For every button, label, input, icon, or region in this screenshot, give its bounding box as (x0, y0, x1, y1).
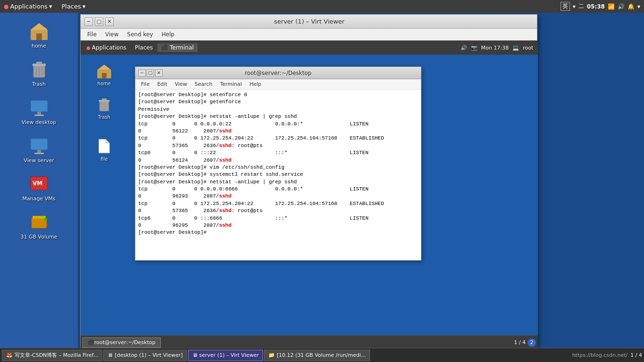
applications-menu[interactable]: ● Applications ▾ (0, 2, 56, 11)
svg-marker-1 (31, 23, 48, 30)
inner-topbar-left: ● Applications Places ⬛ Terminal (83, 43, 198, 52)
inner-desktop: ● Applications Places ⬛ Terminal 🔊 📷 Mon… (81, 41, 538, 349)
virt-viewer-titlebar: ─ □ ✕ server (1) – Virt Viewer (81, 15, 537, 29)
trash-icon (28, 58, 50, 80)
term-terminal-menu[interactable]: Terminal (216, 81, 246, 88)
svg-rect-23 (99, 101, 109, 111)
inner-icon-trash[interactable]: Trash (85, 93, 123, 122)
term-line: 0 56124 2607/sshd (138, 157, 418, 164)
inner-task-terminal[interactable]: ⬛ root@server:~/Desktop (83, 337, 161, 348)
desktop-icon-home[interactable]: home (11, 17, 67, 51)
view-server-icon (28, 134, 50, 156)
virt-viewer-menubar: File View Send key Help (81, 29, 537, 41)
inner-maximize-button[interactable]: □ (147, 69, 154, 77)
term-line: tcp6 0 0 :::22 :::* LISTEN (138, 149, 418, 156)
inner-minimize-button[interactable]: ─ (138, 69, 146, 77)
top-bar-right: 英 ▾ 二 05:38 📶 🔊 🔔 ▾ (561, 2, 644, 11)
maximize-button[interactable]: □ (95, 17, 103, 26)
term-line: Permissive (138, 106, 418, 113)
term-line: tcp 0 0 0.0.0.0:6666 0.0.0.0:* LISTEN (138, 186, 418, 193)
term-line: [root@server Desktop]# netstat -antlupe … (138, 113, 418, 120)
top-system-bar: ● Applications ▾ Places ▾ 英 ▾ 二 05:38 📶 … (0, 0, 644, 13)
term-line: [root@server Desktop]# (138, 229, 418, 236)
desktop-icon-view-desktop[interactable]: View desktop (11, 94, 67, 127)
term-file-menu[interactable]: File (137, 81, 153, 88)
term-line: [root@server Desktop]# netstat -antlupe … (138, 179, 418, 186)
places-menu[interactable]: Places ▾ (58, 2, 89, 11)
svg-marker-21 (97, 65, 111, 70)
svg-rect-9 (31, 100, 48, 112)
inner-topbar: ● Applications Places ⬛ Terminal 🔊 📷 Mon… (81, 41, 538, 55)
term-search-menu[interactable]: Search (191, 81, 216, 88)
svg-point-19 (44, 218, 47, 221)
inner-terminal-controls: ─ □ ✕ (138, 69, 163, 77)
term-view-menu[interactable]: View (171, 81, 191, 88)
term-line: [root@server Desktop]# setenforce 0 (138, 91, 418, 99)
vv-view-menu[interactable]: View (101, 30, 122, 39)
inner-trash-icon (95, 95, 114, 114)
svg-rect-22 (102, 73, 107, 78)
term-line: tcp 0 0 172.25.254.204:22 172.25.254.104… (138, 200, 418, 207)
term-line: tcp 0 0 0.0.0.0:22 0.0.0.0:* LISTEN (138, 121, 418, 128)
desktop-icon-trash[interactable]: Trash (11, 56, 67, 89)
inner-taskbar: ⬛ root@server:~/Desktop 1 / 4 2 (81, 335, 538, 349)
desktop-icon-view-server[interactable]: View server (11, 132, 67, 165)
close-button[interactable]: ✕ (105, 17, 114, 26)
home-folder-icon (28, 19, 50, 42)
minimize-button[interactable]: ─ (84, 17, 93, 26)
manage-vms-icon: VM (28, 172, 50, 195)
inner-terminal-tab[interactable]: ⬛ Terminal (157, 43, 198, 52)
svg-marker-27 (106, 139, 109, 143)
inner-icon-home[interactable]: home (85, 59, 123, 88)
term-help-menu[interactable]: Help (246, 81, 265, 88)
taskbar-url: https://blog.csdn.net/ (572, 352, 630, 358)
inner-file-icon (95, 137, 114, 156)
virt-viewer-title: server (1) – Virt Viewer (114, 18, 505, 25)
svg-rect-11 (34, 115, 44, 116)
inner-terminal-window: ─ □ ✕ root@server:~/Desktop File Edit Vi… (135, 66, 421, 261)
taskbar-firefox[interactable]: 🦊 写文章-CSDN博客 – Mozilla Firef... (2, 350, 102, 361)
term-line: 0 96293 2887/sshd (138, 193, 418, 200)
desktop-icon-volume[interactable]: 31 GB Volume (11, 208, 67, 242)
term-line: 0 56122 2607/sshd (138, 128, 418, 135)
taskbar-desktop-viewer[interactable]: 🖥 [desktop (1) – Virt Viewer] (103, 350, 187, 361)
svg-rect-18 (33, 216, 46, 219)
svg-text:VM: VM (33, 180, 42, 187)
inner-home-icon (95, 61, 114, 80)
term-edit-menu[interactable]: Edit (153, 81, 171, 88)
taskbar-volume[interactable]: 📁 [10.12 (31 GB Volume /run/medi... (264, 350, 370, 361)
term-line: 0 96295 2887/sshd (138, 222, 418, 229)
svg-rect-10 (37, 112, 41, 115)
inner-places-menu[interactable]: Places (131, 43, 157, 52)
vv-help-menu[interactable]: Help (158, 30, 178, 39)
inner-terminal-title: root@server:~/Desktop (163, 70, 394, 76)
desktop-panel: home Trash View desktop (0, 13, 78, 362)
terminal-output: [root@server Desktop]# setenforce 0 [roo… (135, 90, 421, 260)
svg-rect-12 (31, 139, 48, 150)
inner-terminal-menubar: File Edit View Search Terminal Help (135, 79, 421, 90)
term-line: [root@server Desktop]# getenforce (138, 99, 418, 106)
inner-close-button[interactable]: ✕ (155, 69, 163, 77)
top-bar-left: ● Applications ▾ Places ▾ (0, 2, 89, 11)
virt-viewer-window: ─ □ ✕ server (1) – Virt Viewer File View… (80, 14, 537, 349)
term-line: tcp 0 0 172.25.254.204:22 172.25.254.104… (138, 135, 418, 142)
virt-viewer-window-controls: ─ □ ✕ (84, 17, 114, 26)
inner-terminal-titlebar: ─ □ ✕ root@server:~/Desktop (135, 67, 421, 79)
term-line: [root@server Desktop]# systemctl restart… (138, 171, 418, 178)
inner-task-counter: 1 / 4 2 (514, 338, 536, 347)
term-line: tcp6 0 0 :::6666 :::* LISTEN (138, 215, 418, 222)
svg-rect-5 (36, 62, 42, 64)
inner-icon-file[interactable]: file (85, 135, 123, 164)
vv-sendkey-menu[interactable]: Send key (124, 30, 157, 39)
term-line: [root@server Desktop]# vim /etc/ssh/sshd… (138, 164, 418, 171)
inner-topbar-right: 🔊 📷 Mon 17:38 💻 root (461, 45, 536, 51)
svg-rect-2 (36, 33, 42, 40)
inner-applications-menu[interactable]: ● Applications (83, 43, 130, 52)
vv-file-menu[interactable]: File (83, 30, 100, 39)
taskbar-server-viewer[interactable]: 🖥 server (1) – Virt Viewer (188, 350, 263, 361)
term-line: 0 57365 2636/sshd: root@pts (138, 142, 418, 149)
desktop-icon-manage-vms[interactable]: VM Manage VMs (11, 170, 67, 204)
svg-rect-13 (37, 150, 41, 153)
term-line: 0 57365 2636/sshd: root@pts (138, 207, 418, 214)
svg-rect-14 (34, 153, 44, 154)
